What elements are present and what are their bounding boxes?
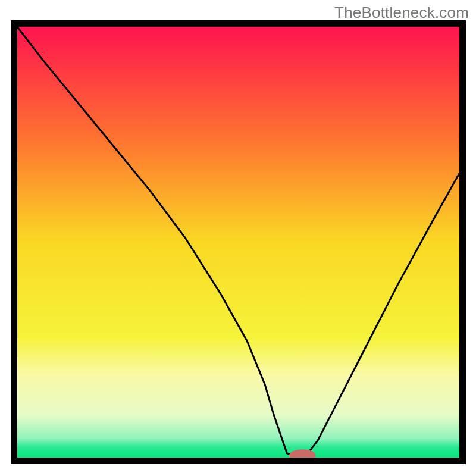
plot-frame (11, 20, 466, 464)
gradient-background (17, 27, 459, 458)
chart-container: TheBottleneck.com (0, 0, 476, 476)
watermark-text: TheBottleneck.com (334, 4, 469, 22)
plot-area (17, 27, 459, 458)
bottleneck-chart (17, 27, 459, 458)
